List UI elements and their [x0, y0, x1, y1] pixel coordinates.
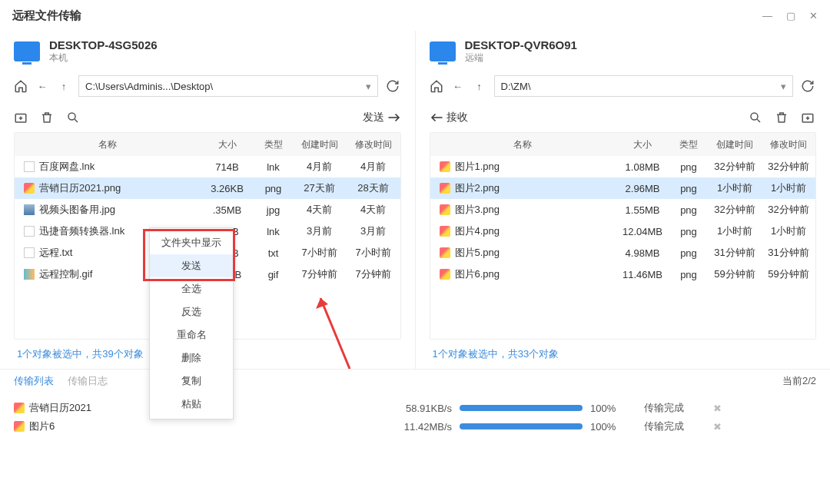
context-menu-item[interactable]: 删除 [150, 346, 233, 370]
context-menu-item[interactable]: 重命名 [150, 323, 233, 346]
table-row[interactable]: 图片3.png1.55MBpng32分钟前32分钟前 [430, 199, 816, 220]
remote-table-body: 图片1.png1.08MBpng32分钟前32分钟前图片2.png2.96MBp… [430, 156, 816, 339]
file-name: 图片6.png [455, 267, 500, 281]
new-folder-icon[interactable] [14, 111, 29, 124]
file-name: 迅捷音频转换器.lnk [39, 224, 124, 238]
remote-path-text: D:\ZM\ [501, 81, 531, 92]
file-name: 图片3.png [455, 203, 500, 217]
receive-label: 接收 [447, 111, 468, 124]
table-row[interactable]: 图片4.png12.04MBpng1小时前1小时前 [430, 220, 816, 242]
file-icon [440, 161, 450, 172]
cancel-icon[interactable]: ✖ [713, 403, 722, 414]
back-icon[interactable]: ← [35, 79, 49, 93]
context-menu-item[interactable]: 文件夹中显示 [150, 231, 233, 254]
context-menu-item[interactable]: 复制 [150, 370, 233, 393]
home-icon[interactable] [430, 79, 443, 93]
col-type[interactable]: 类型 [669, 138, 708, 151]
home-icon[interactable] [14, 79, 28, 93]
table-row[interactable]: 百度网盘.lnk714Blnk4月前4月前 [15, 156, 400, 177]
table-row[interactable]: 图片6.png11.46MBpng59分钟前59分钟前 [430, 264, 816, 285]
context-menu-item[interactable]: 粘贴 [150, 393, 233, 416]
transfer-percent: 100% [590, 421, 636, 433]
minimize-icon[interactable]: — [762, 10, 772, 22]
context-menu-item[interactable]: 发送 [150, 254, 233, 277]
local-toolbar: 发送 [14, 108, 401, 132]
delete-icon[interactable] [775, 111, 790, 124]
chevron-down-icon[interactable]: ▾ [781, 81, 786, 92]
receive-arrow-icon [430, 112, 443, 123]
progress-bar [460, 405, 583, 411]
transfer-status: 传输完成 [644, 401, 706, 415]
file-ctime: 4月前 [293, 160, 347, 174]
transfer-speed: 58.91KB/s [252, 403, 452, 414]
file-icon [440, 204, 450, 215]
table-row[interactable]: 营销日历2021.png3.26KBpng27天前28天前 [15, 177, 400, 199]
remote-nav: ← ↑ D:\ZM\ ▾ [430, 75, 817, 97]
chevron-down-icon[interactable]: ▾ [366, 81, 371, 92]
context-menu-item[interactable]: 反选 [150, 300, 233, 323]
refresh-icon[interactable] [386, 79, 401, 93]
delete-icon[interactable] [40, 111, 55, 124]
search-icon[interactable] [66, 111, 81, 124]
remote-path-input[interactable]: D:\ZM\ ▾ [494, 75, 794, 97]
file-name: 图片4.png [455, 224, 500, 238]
file-icon [14, 403, 25, 413]
local-path-input[interactable]: C:\Users\Adminis...\Desktop\ ▾ [78, 75, 378, 97]
tab-transfer-list[interactable]: 传输列表 [14, 374, 54, 388]
receive-button[interactable]: 接收 [430, 111, 468, 124]
close-icon[interactable]: ✕ [809, 10, 818, 22]
file-type: png [669, 226, 708, 237]
file-ctime: 1小时前 [708, 181, 762, 195]
file-icon [440, 247, 450, 258]
table-row[interactable]: 图片2.png2.96MBpng1小时前1小时前 [430, 177, 816, 199]
file-mtime: 3月前 [347, 224, 400, 238]
col-name[interactable]: 名称 [430, 138, 616, 151]
transfer-name: 图片6 [29, 419, 55, 433]
col-type[interactable]: 类型 [254, 138, 293, 151]
svg-point-2 [751, 113, 758, 120]
monitor-icon [430, 41, 456, 61]
up-icon[interactable]: ↑ [473, 79, 486, 93]
maximize-icon[interactable]: ▢ [786, 10, 795, 22]
back-icon[interactable]: ← [451, 79, 465, 93]
col-size[interactable]: 大小 [201, 138, 254, 151]
up-icon[interactable]: ↑ [57, 79, 71, 93]
transfer-name: 营销日历2021 [29, 401, 91, 415]
file-name: 远程.txt [39, 246, 72, 260]
refresh-icon[interactable] [801, 79, 816, 93]
transfer-row: 营销日历202158.91KB/s100%传输完成✖ [14, 399, 816, 417]
file-icon [14, 421, 25, 432]
search-icon[interactable] [749, 111, 764, 124]
tab-transfer-log[interactable]: 传输日志 [68, 374, 108, 388]
svg-point-1 [68, 113, 75, 120]
col-mtime[interactable]: 修改时间 [762, 138, 815, 151]
file-icon [24, 247, 35, 258]
file-type: png [669, 161, 708, 173]
context-menu-item[interactable]: 全选 [150, 277, 233, 300]
file-mtime: 4月前 [347, 160, 400, 174]
local-host-name: DESKTOP-4SG5026 [49, 38, 158, 51]
local-nav: ← ↑ C:\Users\Adminis...\Desktop\ ▾ [14, 75, 401, 97]
file-name: 图片5.png [455, 246, 500, 260]
file-type: jpg [254, 204, 293, 216]
file-name: 营销日历2021.png [39, 181, 121, 195]
cancel-icon[interactable]: ✖ [713, 421, 722, 433]
new-folder-icon[interactable] [801, 111, 816, 124]
transfer-status: 传输完成 [644, 419, 706, 433]
file-size: 2.96MB [616, 183, 669, 194]
table-row[interactable]: 视频头图备用.jpg.35MBjpg4天前4天前 [15, 199, 400, 220]
send-button[interactable]: 发送 [363, 111, 401, 124]
col-size[interactable]: 大小 [616, 138, 669, 151]
file-icon [24, 269, 35, 280]
file-ctime: 32分钟前 [708, 203, 762, 217]
col-mtime[interactable]: 修改时间 [347, 138, 400, 151]
table-row[interactable]: 图片5.png4.98MBpng31分钟前31分钟前 [430, 242, 816, 264]
file-icon [24, 226, 35, 237]
col-ctime[interactable]: 创建时间 [293, 138, 347, 151]
col-ctime[interactable]: 创建时间 [708, 138, 762, 151]
file-ctime: 31分钟前 [708, 246, 762, 260]
col-name[interactable]: 名称 [15, 138, 201, 151]
file-ctime: 1小时前 [708, 224, 762, 238]
table-row[interactable]: 图片1.png1.08MBpng32分钟前32分钟前 [430, 156, 816, 177]
file-size: 1.08MB [616, 161, 669, 173]
